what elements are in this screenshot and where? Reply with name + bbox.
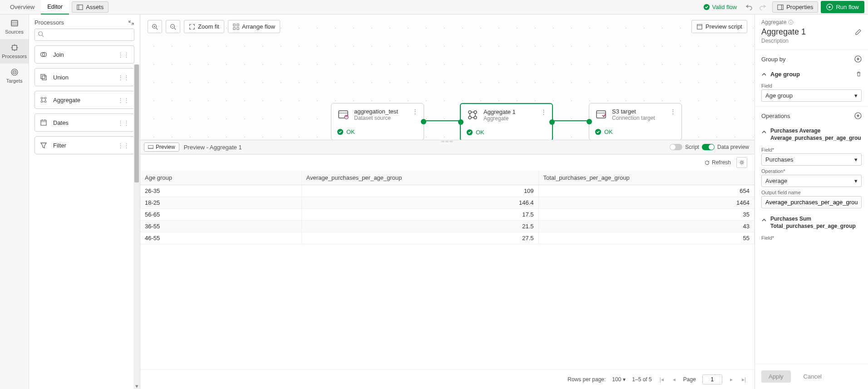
processor-search-input[interactable]	[35, 29, 134, 41]
collapse-op-button[interactable]	[761, 217, 767, 223]
info-icon[interactable]	[788, 20, 794, 25]
zoom-fit-button[interactable]: Zoom fit	[184, 20, 224, 33]
resize-handle[interactable]: ═══	[441, 139, 454, 144]
column-header[interactable]: Average_purchases_per_age_group	[301, 171, 538, 185]
arrange-flow-button[interactable]: Arrange flow	[228, 20, 280, 33]
drag-handle-icon: ⋮⋮	[118, 51, 129, 58]
processor-label: Dates	[53, 119, 118, 126]
svg-point-24	[44, 97, 46, 99]
processor-label: Join	[53, 51, 118, 58]
op-field-select[interactable]: Purchases▾	[761, 153, 862, 166]
scroll-down-button[interactable]: ▾	[133, 383, 140, 389]
svg-point-55	[469, 116, 471, 119]
scrollbar-thumb[interactable]	[134, 64, 139, 182]
rail-targets[interactable]: Targets	[0, 64, 29, 88]
op-operation-select[interactable]: Average▾	[761, 175, 862, 187]
table-row[interactable]: 56-6517.535	[140, 209, 755, 221]
rail-processors[interactable]: Processors	[0, 39, 29, 64]
node-type-icon	[595, 108, 607, 121]
processor-card-aggregate[interactable]: Aggregate⋮⋮	[35, 91, 134, 109]
table-row[interactable]: 26-35109654	[140, 185, 755, 197]
panel-right-icon	[777, 4, 784, 10]
page-first-button[interactable]: |◂	[658, 376, 665, 383]
collapse-op-button[interactable]	[761, 129, 767, 135]
processor-card-filter[interactable]: Filter⋮⋮	[35, 136, 134, 154]
properties-label: Properties	[786, 4, 813, 10]
table-cell: 26-35	[140, 185, 301, 197]
check-circle-icon	[337, 128, 344, 135]
table-row[interactable]: 18-25146.41464	[140, 197, 755, 209]
refresh-icon	[704, 160, 710, 166]
table-row[interactable]: 46-5527.555	[140, 232, 755, 244]
edit-icon[interactable]	[855, 29, 862, 35]
flow-node-n3[interactable]: S3 targetConnection target⋮OK	[589, 103, 682, 140]
svg-rect-21	[41, 74, 45, 79]
refresh-button[interactable]: Refresh	[704, 159, 731, 166]
table-settings-button[interactable]	[736, 157, 747, 168]
flow-node-n1[interactable]: aggregation_testDataset source⋮OK	[331, 103, 424, 140]
drag-handle-icon: ⋮⋮	[118, 142, 129, 149]
processor-card-join[interactable]: Join⋮⋮	[35, 45, 134, 64]
output-port[interactable]	[421, 119, 426, 124]
node-menu-button[interactable]: ⋮	[670, 108, 676, 121]
op-output-field-input[interactable]	[761, 196, 862, 208]
apply-button[interactable]: Apply	[761, 370, 791, 383]
node-menu-button[interactable]: ⋮	[412, 108, 418, 121]
collapse-group-item-button[interactable]	[761, 72, 767, 77]
svg-rect-43	[237, 24, 239, 25]
processor-card-union[interactable]: Union⋮⋮	[35, 68, 134, 86]
search-icon	[38, 31, 44, 37]
run-flow-button[interactable]: Run flow	[821, 1, 864, 13]
zoom-in-button[interactable]	[148, 20, 162, 33]
node-menu-button[interactable]: ⋮	[541, 108, 547, 122]
tab-overview[interactable]: Overview	[4, 0, 41, 15]
processor-card-dates[interactable]: Dates⋮⋮	[35, 113, 134, 132]
properties-button[interactable]: Properties	[772, 1, 818, 13]
page-input[interactable]	[702, 374, 722, 384]
page-prev-button[interactable]: ◂	[671, 376, 677, 383]
svg-line-18	[42, 35, 44, 37]
assets-button[interactable]: Assets	[72, 1, 108, 13]
delete-group-item-button[interactable]	[856, 71, 862, 77]
rail-sources[interactable]: Sources	[0, 15, 29, 39]
left-rail: Sources Processors Targets	[0, 15, 29, 389]
preview-script-button[interactable]: Preview script	[691, 20, 747, 33]
tab-editor[interactable]: Editor	[41, 0, 69, 15]
operation-subtitle: Average_purchases_per_age_grou	[770, 135, 862, 142]
flow-node-n2[interactable]: Aggregate 1Aggregate⋮OK	[460, 103, 553, 140]
collapse-panel-button[interactable]	[128, 20, 134, 26]
input-port[interactable]	[458, 119, 464, 125]
page-next-button[interactable]: ▸	[729, 376, 734, 383]
table-cell: 46-55	[140, 232, 301, 244]
edge-2-3	[553, 120, 589, 121]
drag-handle-icon: ⋮⋮	[118, 119, 129, 126]
group-by-field-select[interactable]: Age group ▾	[761, 89, 862, 102]
output-port[interactable]	[549, 119, 555, 125]
svg-rect-0	[77, 5, 83, 10]
properties-panel: Aggregate Aggregate 1 Description Group …	[755, 15, 868, 389]
node-description[interactable]: Description	[755, 37, 868, 49]
preview-toggle-button[interactable]: Preview	[144, 143, 179, 152]
page-last-button[interactable]: ▸|	[740, 376, 747, 383]
node-title: S3 target	[612, 108, 655, 115]
group-by-item-title: Age group	[770, 71, 852, 78]
data-preview-toggle[interactable]	[702, 144, 715, 150]
add-group-by-button[interactable]	[854, 55, 862, 63]
column-header[interactable]: Total_purchases_per_age_group	[538, 171, 754, 185]
add-operation-button[interactable]	[854, 112, 862, 119]
preview-data-table: Age groupAverage_purchases_per_age_group…	[140, 171, 755, 244]
column-header[interactable]: Age group	[140, 171, 301, 185]
redo-button[interactable]	[756, 0, 769, 14]
script-toggle[interactable]	[670, 144, 682, 150]
svg-line-36	[156, 28, 158, 30]
union-icon	[39, 73, 48, 81]
rows-per-page-select[interactable]: 100 ▾	[612, 376, 626, 383]
input-port[interactable]	[587, 119, 592, 124]
cancel-button[interactable]: Cancel	[796, 370, 829, 383]
table-cell: 18-25	[140, 197, 301, 209]
table-cell: 56-65	[140, 209, 301, 221]
zoom-out-button[interactable]	[166, 20, 180, 33]
svg-rect-31	[41, 120, 46, 125]
table-row[interactable]: 36-5521.543	[140, 221, 755, 232]
undo-button[interactable]	[742, 0, 756, 14]
